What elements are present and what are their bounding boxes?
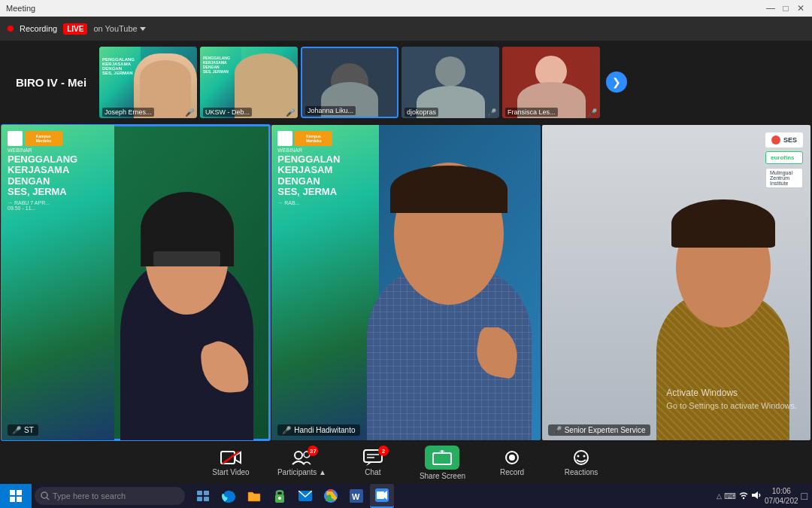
- clock[interactable]: 10:06 07/04/202: [765, 486, 798, 506]
- search-bar[interactable]: Type here to search: [35, 487, 185, 505]
- chrome-button[interactable]: [319, 484, 343, 508]
- svg-rect-18: [10, 490, 15, 495]
- file-explorer-button[interactable]: [242, 484, 266, 508]
- record-icon: [502, 449, 522, 466]
- record-label: Record: [500, 468, 524, 476]
- svg-line-2: [223, 452, 239, 464]
- title-bar: Meeting — □ ✕: [0, 0, 812, 17]
- edge-browser-button[interactable]: [217, 484, 241, 508]
- video-icon: [220, 449, 241, 466]
- svg-marker-38: [752, 491, 758, 499]
- svg-rect-21: [17, 497, 22, 502]
- close-button[interactable]: ✕: [795, 3, 806, 14]
- security-button[interactable]: [268, 484, 292, 508]
- webinar-title-1: PENGGALANGKERJASAMADENGANSES, JERMA: [8, 154, 108, 197]
- start-button[interactable]: [0, 484, 32, 508]
- svg-point-22: [41, 492, 47, 498]
- minimize-button[interactable]: —: [765, 3, 776, 14]
- scroll-right-button[interactable]: ❯: [606, 71, 627, 93]
- word-button[interactable]: W: [344, 484, 368, 508]
- mic-icon-3: 🎤: [553, 426, 562, 434]
- search-icon: [41, 491, 50, 500]
- thumb-name-4: djokopras: [404, 108, 438, 117]
- thumb-participant-5[interactable]: Fransisca Les... 🎤: [502, 47, 600, 118]
- chat-label: Chat: [365, 468, 380, 476]
- notification-icon[interactable]: □: [801, 490, 807, 502]
- recording-label: Recording: [20, 24, 57, 33]
- svg-text:W: W: [352, 492, 360, 501]
- share-screen-label: Share Screen: [420, 472, 465, 480]
- svg-rect-9: [433, 453, 451, 464]
- window-controls[interactable]: — □ ✕: [765, 3, 806, 14]
- chat-button[interactable]: 2 Chat: [350, 449, 395, 476]
- mic-off-icon-2: 🎤: [286, 108, 295, 117]
- thumb-participant-1[interactable]: PENGGALANGKERJASAMADENGANSES, JERMAN Jos…: [99, 47, 197, 118]
- live-badge: LIVE: [63, 23, 87, 35]
- name-tag-3: 🎤 Senior Experten Service: [548, 424, 650, 436]
- mic-off-icon-1: 🎤: [185, 108, 194, 117]
- chevron-down-icon: [140, 27, 146, 31]
- reactions-button[interactable]: Reactions: [559, 449, 604, 476]
- network-icon: [738, 491, 749, 501]
- participants-button[interactable]: 37 Participants ▲: [277, 449, 326, 476]
- mic-off-icon-4: 🎤: [487, 108, 496, 117]
- thumb-participant-4[interactable]: djokopras 🎤: [401, 47, 499, 118]
- svg-rect-24: [197, 491, 202, 495]
- svg-point-14: [509, 455, 515, 461]
- keyboard-icon: ⌨: [724, 491, 736, 501]
- participants-badge: 37: [308, 446, 318, 456]
- svg-rect-25: [204, 491, 209, 495]
- svg-point-3: [295, 452, 302, 459]
- system-tray[interactable]: △ ⌨: [717, 491, 762, 501]
- svg-rect-19: [17, 490, 22, 495]
- maximize-button[interactable]: □: [780, 3, 791, 14]
- video-cell-1: KampusMerdeka WEBINAR PENGGALANGKERJASAM…: [2, 125, 270, 440]
- search-placeholder: Type here to search: [53, 491, 126, 500]
- svg-rect-20: [10, 497, 15, 502]
- start-video-button[interactable]: Start Video: [208, 449, 253, 476]
- thumb-name-2: UKSW - Deb...: [203, 108, 252, 117]
- name-tag-1: 🎤 ST: [8, 424, 38, 436]
- name-tag-2: 🎤 Handi Hadiwitanto: [277, 424, 359, 436]
- svg-rect-0: [221, 452, 235, 464]
- svg-rect-27: [204, 497, 209, 501]
- share-screen-button[interactable]: Share Screen: [420, 446, 465, 480]
- thumb-participant-2[interactable]: PENGGALANGKERJASAMADENGANSES, JERMAN UKS…: [200, 47, 298, 118]
- mic-off-icon-5: 🎤: [588, 108, 597, 117]
- thumb-name-3: Johanna Liku...: [305, 106, 356, 115]
- start-video-label: Start Video: [212, 468, 249, 476]
- toolbar: Start Video 37 Participants ▲ 2: [0, 442, 812, 484]
- zoom-button[interactable]: [370, 484, 394, 508]
- volume-icon[interactable]: [751, 491, 762, 501]
- participants-icon: 37: [291, 449, 312, 466]
- svg-line-23: [47, 497, 49, 500]
- activate-windows: Activate Windows Go to Settings to activ…: [666, 386, 797, 412]
- mic-icon-1: 🎤: [12, 426, 21, 434]
- thumb-name-1: Joseph Ernes...: [102, 108, 154, 117]
- svg-point-29: [278, 497, 281, 500]
- taskbar-right: △ ⌨ 10:06 07/04/202 □: [717, 486, 812, 506]
- thumb-participant-3[interactable]: Johanna Liku...: [301, 47, 398, 118]
- reactions-icon: [571, 449, 591, 466]
- mail-button[interactable]: [293, 484, 317, 508]
- meeting-area: BIRO IV - Mei PENGGALANGKERJASAMADENGANS…: [0, 41, 812, 442]
- thumbnail-strip: BIRO IV - Mei PENGGALANGKERJASAMADENGANS…: [0, 41, 812, 123]
- reactions-label: Reactions: [565, 468, 598, 476]
- window-title: Meeting: [6, 4, 35, 13]
- recording-dot: [8, 26, 14, 32]
- video-cell-2: KampusMerdeka WEBINAR PENGGALANKERJASAMD…: [271, 125, 540, 440]
- participants-label: Participants ▲: [277, 468, 326, 476]
- taskbar: Type here to search: [0, 484, 812, 508]
- svg-point-16: [577, 455, 580, 458]
- record-button[interactable]: Record: [489, 449, 535, 476]
- biro-label: BIRO IV - Mei: [6, 76, 96, 89]
- svg-marker-11: [439, 450, 445, 452]
- tray-up-arrow[interactable]: △: [717, 492, 722, 500]
- taskbar-apps: W: [191, 484, 394, 508]
- task-view-button[interactable]: [191, 484, 215, 508]
- mic-icon-2: 🎤: [282, 426, 291, 434]
- thumb-name-5: Fransisca Les...: [505, 108, 558, 117]
- recording-bar: Recording LIVE on YouTube: [0, 17, 812, 41]
- chat-badge: 2: [378, 446, 389, 456]
- youtube-label[interactable]: on YouTube: [93, 24, 145, 33]
